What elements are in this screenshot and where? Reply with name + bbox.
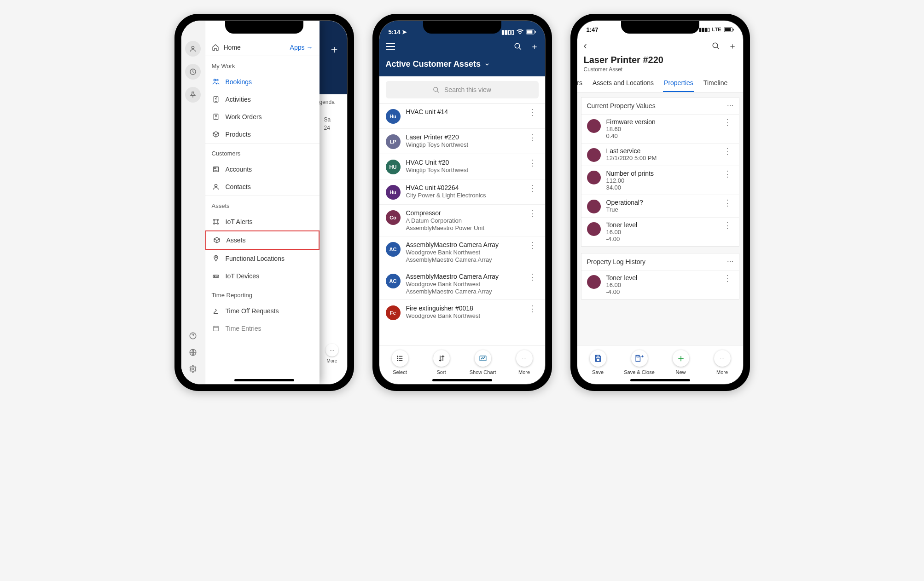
view-title-dropdown[interactable]: Active Customer Assets (379, 55, 545, 76)
asset-list[interactable]: HuHVAC unit #14⋮LPLaser Printer #220Wing… (379, 104, 545, 345)
list-item[interactable]: HuHVAC unit #14⋮ (379, 104, 545, 129)
accounts-icon (212, 166, 220, 173)
row-more-icon[interactable]: ⋮ (527, 209, 539, 218)
sort-button[interactable]: Sort (421, 350, 462, 375)
property-row[interactable]: Last service12/1/2020 5:00 PM⋮ (581, 143, 739, 166)
list-item[interactable]: ACAssemblyMaestro Camera ArrayWoodgrove … (379, 236, 545, 268)
row-more-icon[interactable]: ⋮ (527, 241, 539, 249)
svg-point-4 (192, 368, 194, 370)
row-more-icon[interactable]: ⋮ (527, 184, 539, 192)
row-more-icon[interactable]: ⋮ (527, 273, 539, 281)
search-icon[interactable] (514, 42, 522, 51)
row-more-icon[interactable]: ⋮ (527, 108, 539, 116)
add-icon[interactable]: ＋ (329, 42, 340, 57)
list-item[interactable]: FeFire extinguisher #0018Woodgrove Bank … (379, 300, 545, 325)
row-more-icon[interactable]: ⋮ (721, 170, 733, 178)
new-button[interactable]: ＋ New (660, 350, 702, 375)
row-more-icon[interactable]: ⋮ (527, 305, 539, 313)
tab-properties[interactable]: Properties (663, 79, 694, 92)
more-button[interactable]: ⋯ More (504, 350, 545, 375)
row-more-icon[interactable]: ⋮ (527, 159, 539, 167)
products-icon (212, 131, 220, 138)
tab-timeline[interactable]: Timeline (703, 79, 728, 92)
save-button[interactable]: Save (577, 350, 619, 375)
save-close-button[interactable]: Save & Close (619, 350, 660, 375)
property-delta: 34.00 (606, 184, 721, 191)
tab-partial-left[interactable]: ers (577, 79, 583, 92)
status-time: 5:14 ➤ (389, 29, 407, 35)
nav-item-iot-alerts[interactable]: IoT Alerts (205, 213, 320, 230)
property-row[interactable]: Toner level16.00-4.00⋮ (581, 217, 739, 246)
property-row[interactable]: Firmware version18.600.40⋮ (581, 114, 739, 143)
row-more-icon[interactable]: ⋮ (721, 221, 733, 230)
nav-drawer: Home Apps → My Work Bookings A (181, 21, 320, 384)
row-more-icon[interactable]: ⋮ (721, 274, 733, 282)
avatar: AC (386, 242, 401, 257)
row-more-icon[interactable]: ⋮ (721, 118, 733, 127)
nav-item-contacts[interactable]: Contacts (205, 178, 320, 196)
row-more-icon[interactable]: ⋮ (721, 147, 733, 155)
underlay-more-button[interactable]: ⋯ More (322, 344, 343, 363)
svg-rect-19 (213, 326, 218, 331)
globe-icon[interactable] (189, 348, 197, 357)
signal-icon: ▮▮▮▯ (699, 27, 710, 33)
more-button[interactable]: ⋯ More (702, 350, 743, 375)
recent-icon[interactable] (185, 64, 201, 80)
nav-item-assets[interactable]: Assets (205, 230, 320, 250)
list-item[interactable]: ACAssemblyMaestro Camera ArrayWoodgrove … (379, 268, 545, 300)
add-icon[interactable]: ＋ (728, 40, 737, 52)
timeentries-icon (212, 325, 220, 332)
nav-item-activities[interactable]: Activities (205, 91, 320, 108)
nav-item-products[interactable]: Products (205, 126, 320, 144)
nav-home-row[interactable]: Home Apps → (205, 39, 320, 56)
list-item[interactable]: CoCompressorA Datum CorporationAssemblyM… (379, 205, 545, 236)
help-icon[interactable] (189, 332, 197, 340)
chevron-down-icon (484, 62, 490, 67)
avatar: HU (386, 160, 401, 174)
property-row[interactable]: Toner level16.00-4.00⋮ (581, 270, 739, 299)
apps-link[interactable]: Apps → (290, 44, 313, 51)
nav-item-accounts[interactable]: Accounts (205, 161, 320, 178)
hamburger-icon[interactable] (386, 43, 395, 50)
select-button[interactable]: Select (379, 350, 421, 375)
show-chart-button[interactable]: Show Chart (462, 350, 504, 375)
svg-point-15 (217, 223, 218, 224)
tab-assets-locations[interactable]: Assets and Locations (592, 79, 655, 92)
nav-item-workorders[interactable]: Work Orders (205, 108, 320, 126)
underlay-day-num: 24 (324, 125, 330, 131)
back-icon[interactable]: ‹ (584, 40, 587, 52)
pin-icon[interactable] (185, 87, 201, 103)
bottom-bar: Select Sort Show Chart ⋯ More (379, 345, 545, 384)
list-item[interactable]: HUHVAC Unit #20Wingtip Toys Northwest⋮ (379, 154, 545, 179)
notch (423, 21, 501, 34)
avatar: AC (386, 274, 401, 288)
nav-item-functional-locations[interactable]: Functional Locations (205, 250, 320, 267)
nav-item-time-off-requests[interactable]: Time Off Requests (205, 302, 320, 320)
item-title: Fire extinguisher #0018 (406, 305, 527, 312)
list-item[interactable]: LPLaser Printer #220Wingtip Toys Northwe… (379, 129, 545, 154)
item-sub1: Woodgrove Bank Northwest (406, 312, 527, 319)
row-more-icon[interactable]: ⋮ (721, 199, 733, 207)
search-input[interactable]: Search this view (386, 81, 539, 98)
property-row[interactable]: Number of prints112.0034.00⋮ (581, 166, 739, 195)
svg-rect-35 (637, 356, 639, 357)
status-time: 1:47 (587, 26, 599, 33)
nav-item-time-entries[interactable]: Time Entries (205, 320, 320, 337)
nav-item-iot-devices[interactable]: IoT Devices (205, 267, 320, 285)
row-more-icon[interactable]: ⋮ (527, 133, 539, 142)
contacts-icon (212, 183, 220, 190)
add-icon[interactable]: ＋ (530, 41, 539, 52)
avatar: Hu (386, 185, 401, 200)
list-item[interactable]: HuHVAC unit #02264City Power & Light Ele… (379, 179, 545, 205)
profile-icon[interactable] (185, 41, 201, 57)
property-delta: 0.40 (606, 132, 721, 139)
nav-item-bookings[interactable]: Bookings (205, 73, 320, 91)
more-icon[interactable]: ⋯ (727, 102, 733, 109)
network-label: LTE (712, 27, 721, 32)
settings-icon[interactable] (189, 365, 197, 373)
svg-point-14 (213, 223, 215, 224)
more-icon[interactable]: ⋯ (727, 258, 733, 265)
search-icon[interactable] (712, 42, 720, 50)
property-row[interactable]: Operational?True⋮ (581, 195, 739, 217)
svg-point-5 (214, 79, 215, 81)
